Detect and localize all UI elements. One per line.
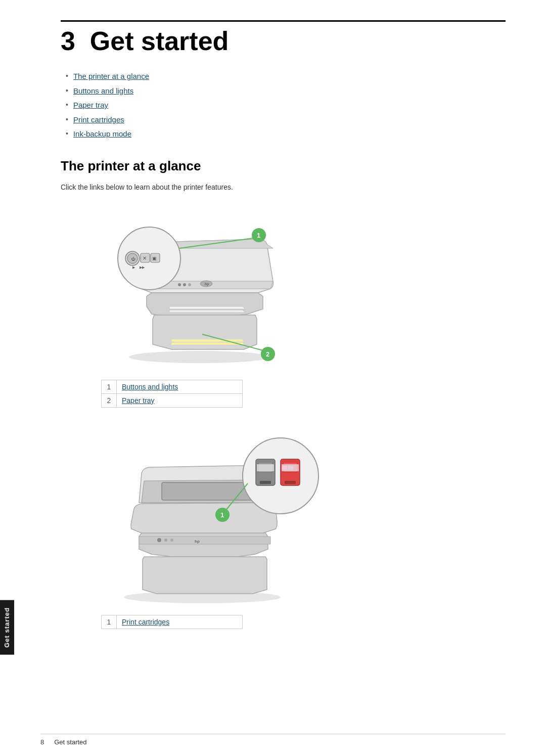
printer-diagram-1: hp ⏻	[61, 208, 506, 370]
footer-page-number: 8	[40, 738, 44, 746]
chapter-title: 3 Get started	[61, 27, 506, 56]
toc-item-1: The printer at a glance	[66, 71, 506, 82]
callout-row-2: 2 Paper tray	[102, 393, 243, 407]
svg-point-5	[188, 283, 191, 286]
page-footer: 8 Get started	[40, 734, 506, 746]
footer-text: Get started	[54, 738, 86, 746]
toc-link-printer-at-a-glance[interactable]: The printer at a glance	[73, 71, 149, 82]
toc-item-5: Ink-backup mode	[66, 128, 506, 140]
callout-table-1: 1 Buttons and lights 2 Paper tray	[101, 380, 243, 408]
callout-row-1: 1 Buttons and lights	[102, 380, 243, 393]
svg-text:▣: ▣	[152, 256, 157, 261]
svg-text:1: 1	[220, 511, 224, 519]
callout-number-2: 2	[102, 393, 117, 407]
toc-link-paper-tray[interactable]: Paper tray	[73, 100, 108, 111]
main-content: 3 Get started The printer at a glance Bu…	[20, 0, 546, 756]
intro-text: Click the links below to learn about the…	[61, 182, 506, 193]
svg-point-25	[164, 539, 167, 542]
printer-svg-2: hp	[101, 428, 344, 605]
svg-point-4	[183, 283, 186, 286]
svg-rect-38	[282, 464, 299, 471]
svg-text:▶▶: ▶▶	[140, 265, 145, 269]
callout-row-print-1: 1 Print cartridges	[102, 615, 243, 629]
svg-text:2: 2	[266, 350, 269, 358]
top-border	[61, 20, 506, 22]
toc-item-4: Print cartridges	[66, 114, 506, 126]
svg-point-0	[129, 351, 270, 363]
svg-point-3	[178, 283, 181, 286]
svg-rect-37	[257, 464, 274, 471]
svg-text:hp: hp	[205, 282, 209, 286]
section-title: The printer at a glance	[61, 158, 506, 174]
svg-rect-36	[285, 481, 296, 484]
svg-text:⏻: ⏻	[131, 257, 135, 261]
svg-rect-31	[260, 481, 271, 484]
callout-number-1: 1	[102, 380, 117, 393]
callout-link-print-cartridges[interactable]: Print cartridges	[122, 618, 169, 626]
callout-table-2: 1 Print cartridges	[101, 615, 243, 629]
toc-item-2: Buttons and lights	[66, 85, 506, 97]
callout-link-buttons-lights[interactable]: Buttons and lights	[122, 383, 178, 391]
page-container: Get started 3 Get started The printer at…	[0, 0, 546, 756]
side-tab-label: Get started	[3, 607, 11, 648]
svg-point-26	[170, 539, 173, 542]
callout-label-1: Buttons and lights	[117, 380, 243, 393]
toc-link-ink-backup-mode[interactable]: Ink-backup mode	[73, 128, 131, 140]
toc-link-print-cartridges[interactable]: Print cartridges	[73, 114, 124, 126]
svg-text:hp: hp	[195, 539, 200, 544]
toc-list: The printer at a glance Buttons and ligh…	[61, 71, 506, 140]
printer-svg-1: hp ⏻	[101, 208, 313, 370]
side-tab: Get started	[0, 600, 14, 655]
callout-label-2: Paper tray	[117, 393, 243, 407]
svg-text:✕: ✕	[143, 255, 147, 261]
svg-rect-23	[162, 482, 253, 500]
callout-number-print-1: 1	[102, 615, 117, 629]
printer-diagram-2: hp	[61, 428, 506, 605]
toc-link-buttons-and-lights[interactable]: Buttons and lights	[73, 85, 133, 97]
callout-link-paper-tray[interactable]: Paper tray	[122, 396, 155, 405]
svg-point-24	[157, 538, 161, 542]
svg-text:1: 1	[257, 232, 260, 239]
callout-label-print-1: Print cartridges	[117, 615, 243, 629]
toc-item-3: Paper tray	[66, 100, 506, 111]
